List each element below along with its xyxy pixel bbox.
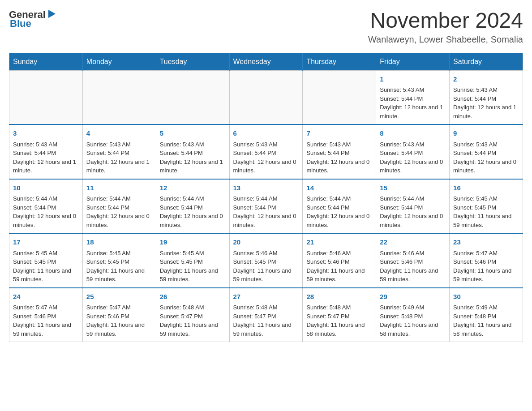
- day-number: 12: [160, 183, 226, 193]
- calendar-cell: 16Sunrise: 5:45 AMSunset: 5:45 PMDayligh…: [450, 179, 523, 234]
- day-info: Sunrise: 5:45 AMSunset: 5:45 PMDaylight:…: [13, 250, 71, 283]
- day-number: 24: [13, 292, 79, 302]
- logo-blue: Blue: [10, 18, 31, 30]
- day-info: Sunrise: 5:44 AMSunset: 5:44 PMDaylight:…: [380, 195, 443, 228]
- day-number: 5: [160, 128, 226, 139]
- weekday-header-thursday: Thursday: [303, 53, 376, 70]
- calendar-cell: 20Sunrise: 5:46 AMSunset: 5:45 PMDayligh…: [229, 233, 303, 288]
- day-info: Sunrise: 5:43 AMSunset: 5:44 PMDaylight:…: [233, 141, 296, 174]
- day-info: Sunrise: 5:43 AMSunset: 5:44 PMDaylight:…: [13, 141, 76, 174]
- calendar-table: SundayMondayTuesdayWednesdayThursdayFrid…: [9, 53, 523, 342]
- logo-triangle-icon: [47, 9, 56, 19]
- week-row-2: 3Sunrise: 5:43 AMSunset: 5:44 PMDaylight…: [9, 124, 523, 179]
- month-title: November 2024: [368, 9, 523, 33]
- week-row-4: 17Sunrise: 5:45 AMSunset: 5:45 PMDayligh…: [9, 233, 523, 288]
- location: Wanlaweyn, Lower Shabeelle, Somalia: [368, 34, 523, 45]
- day-info: Sunrise: 5:43 AMSunset: 5:44 PMDaylight:…: [453, 141, 516, 174]
- day-number: 30: [453, 292, 519, 302]
- day-info: Sunrise: 5:49 AMSunset: 5:48 PMDaylight:…: [380, 304, 438, 337]
- day-info: Sunrise: 5:48 AMSunset: 5:47 PMDaylight:…: [160, 304, 218, 337]
- day-info: Sunrise: 5:44 AMSunset: 5:44 PMDaylight:…: [86, 195, 150, 228]
- day-info: Sunrise: 5:48 AMSunset: 5:47 PMDaylight:…: [306, 304, 365, 337]
- day-info: Sunrise: 5:43 AMSunset: 5:44 PMDaylight:…: [453, 86, 516, 120]
- calendar-cell: 25Sunrise: 5:47 AMSunset: 5:46 PMDayligh…: [82, 288, 156, 342]
- day-info: Sunrise: 5:46 AMSunset: 5:46 PMDaylight:…: [380, 250, 438, 283]
- calendar-cell: 11Sunrise: 5:44 AMSunset: 5:44 PMDayligh…: [82, 179, 156, 234]
- calendar-cell: 6Sunrise: 5:43 AMSunset: 5:44 PMDaylight…: [229, 124, 303, 179]
- day-info: Sunrise: 5:43 AMSunset: 5:44 PMDaylight:…: [380, 141, 443, 174]
- calendar-cell: [9, 70, 83, 124]
- day-info: Sunrise: 5:45 AMSunset: 5:45 PMDaylight:…: [160, 250, 218, 283]
- calendar-cell: 21Sunrise: 5:46 AMSunset: 5:46 PMDayligh…: [303, 233, 376, 288]
- day-number: 8: [380, 128, 446, 139]
- day-info: Sunrise: 5:47 AMSunset: 5:46 PMDaylight:…: [453, 250, 511, 283]
- day-number: 4: [86, 128, 152, 139]
- calendar-cell: [82, 70, 156, 124]
- day-number: 22: [380, 237, 446, 248]
- calendar-cell: 10Sunrise: 5:44 AMSunset: 5:44 PMDayligh…: [9, 179, 83, 234]
- day-number: 7: [306, 128, 372, 139]
- day-number: 3: [13, 128, 79, 139]
- week-row-3: 10Sunrise: 5:44 AMSunset: 5:44 PMDayligh…: [9, 179, 523, 234]
- calendar-cell: 7Sunrise: 5:43 AMSunset: 5:44 PMDaylight…: [303, 124, 376, 179]
- day-info: Sunrise: 5:44 AMSunset: 5:44 PMDaylight:…: [13, 195, 76, 228]
- calendar-cell: 19Sunrise: 5:45 AMSunset: 5:45 PMDayligh…: [156, 233, 229, 288]
- day-number: 26: [160, 292, 226, 302]
- calendar-cell: 1Sunrise: 5:43 AMSunset: 5:44 PMDaylight…: [376, 70, 450, 124]
- weekday-header-row: SundayMondayTuesdayWednesdayThursdayFrid…: [9, 53, 523, 70]
- calendar-cell: 15Sunrise: 5:44 AMSunset: 5:44 PMDayligh…: [376, 179, 450, 234]
- day-info: Sunrise: 5:44 AMSunset: 5:44 PMDaylight:…: [306, 195, 369, 228]
- calendar-cell: 22Sunrise: 5:46 AMSunset: 5:46 PMDayligh…: [376, 233, 450, 288]
- calendar-cell: 27Sunrise: 5:48 AMSunset: 5:47 PMDayligh…: [229, 288, 303, 342]
- day-number: 2: [453, 74, 519, 85]
- calendar-cell: 24Sunrise: 5:47 AMSunset: 5:46 PMDayligh…: [9, 288, 83, 342]
- day-info: Sunrise: 5:47 AMSunset: 5:46 PMDaylight:…: [86, 304, 145, 337]
- day-info: Sunrise: 5:45 AMSunset: 5:45 PMDaylight:…: [86, 250, 145, 283]
- day-number: 10: [13, 183, 79, 193]
- week-row-1: 1Sunrise: 5:43 AMSunset: 5:44 PMDaylight…: [9, 70, 523, 124]
- day-number: 29: [380, 292, 446, 302]
- day-number: 13: [233, 183, 299, 193]
- day-info: Sunrise: 5:43 AMSunset: 5:44 PMDaylight:…: [380, 86, 443, 120]
- title-area: November 2024 Wanlaweyn, Lower Shabeelle…: [368, 9, 523, 45]
- day-info: Sunrise: 5:49 AMSunset: 5:48 PMDaylight:…: [453, 304, 511, 337]
- day-number: 9: [453, 128, 519, 139]
- weekday-header-wednesday: Wednesday: [229, 53, 303, 70]
- day-info: Sunrise: 5:44 AMSunset: 5:44 PMDaylight:…: [233, 195, 296, 228]
- calendar-cell: 13Sunrise: 5:44 AMSunset: 5:44 PMDayligh…: [229, 179, 303, 234]
- calendar-cell: 2Sunrise: 5:43 AMSunset: 5:44 PMDaylight…: [450, 70, 523, 124]
- calendar-cell: 8Sunrise: 5:43 AMSunset: 5:44 PMDaylight…: [376, 124, 450, 179]
- calendar-cell: 5Sunrise: 5:43 AMSunset: 5:44 PMDaylight…: [156, 124, 229, 179]
- day-number: 25: [86, 292, 152, 302]
- weekday-header-sunday: Sunday: [9, 53, 83, 70]
- day-number: 16: [453, 183, 519, 193]
- calendar-cell: 26Sunrise: 5:48 AMSunset: 5:47 PMDayligh…: [156, 288, 229, 342]
- svg-marker-0: [48, 10, 56, 18]
- day-number: 23: [453, 237, 519, 248]
- weekday-header-tuesday: Tuesday: [156, 53, 229, 70]
- day-info: Sunrise: 5:43 AMSunset: 5:44 PMDaylight:…: [306, 141, 369, 174]
- calendar-cell: 14Sunrise: 5:44 AMSunset: 5:44 PMDayligh…: [303, 179, 376, 234]
- day-number: 18: [86, 237, 152, 248]
- day-number: 6: [233, 128, 299, 139]
- day-number: 19: [160, 237, 226, 248]
- calendar-cell: 18Sunrise: 5:45 AMSunset: 5:45 PMDayligh…: [82, 233, 156, 288]
- day-number: 15: [380, 183, 446, 193]
- day-number: 21: [306, 237, 372, 248]
- weekday-header-monday: Monday: [82, 53, 156, 70]
- calendar-cell: 4Sunrise: 5:43 AMSunset: 5:44 PMDaylight…: [82, 124, 156, 179]
- day-number: 27: [233, 292, 299, 302]
- day-info: Sunrise: 5:47 AMSunset: 5:46 PMDaylight:…: [13, 304, 71, 337]
- calendar-cell: 3Sunrise: 5:43 AMSunset: 5:44 PMDaylight…: [9, 124, 83, 179]
- calendar-cell: 12Sunrise: 5:44 AMSunset: 5:44 PMDayligh…: [156, 179, 229, 234]
- day-info: Sunrise: 5:46 AMSunset: 5:45 PMDaylight:…: [233, 250, 292, 283]
- day-info: Sunrise: 5:45 AMSunset: 5:45 PMDaylight:…: [453, 195, 511, 228]
- calendar-cell: 23Sunrise: 5:47 AMSunset: 5:46 PMDayligh…: [450, 233, 523, 288]
- calendar-cell: [303, 70, 376, 124]
- day-number: 28: [306, 292, 372, 302]
- calendar-cell: 28Sunrise: 5:48 AMSunset: 5:47 PMDayligh…: [303, 288, 376, 342]
- day-info: Sunrise: 5:44 AMSunset: 5:44 PMDaylight:…: [160, 195, 223, 228]
- calendar-cell: [156, 70, 229, 124]
- calendar-cell: 29Sunrise: 5:49 AMSunset: 5:48 PMDayligh…: [376, 288, 450, 342]
- calendar-cell: 17Sunrise: 5:45 AMSunset: 5:45 PMDayligh…: [9, 233, 83, 288]
